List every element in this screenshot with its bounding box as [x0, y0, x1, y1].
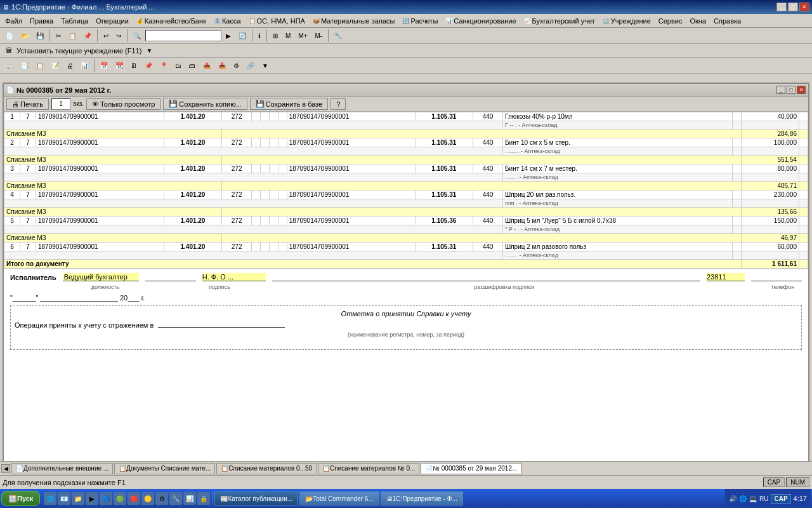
- menu-windows[interactable]: Окна: [686, 16, 710, 26]
- sep3: [127, 29, 128, 42]
- menu-help[interactable]: Справка: [710, 16, 745, 26]
- ql-7[interactable]: 📊: [183, 492, 196, 505]
- menu-edit[interactable]: Правка: [26, 16, 57, 26]
- go-btn[interactable]: ▶: [223, 30, 234, 41]
- search-input[interactable]: [145, 30, 221, 41]
- ql-media[interactable]: ▶: [86, 492, 98, 505]
- copy-btn[interactable]: 📋: [65, 30, 79, 41]
- paste-btn[interactable]: 📌: [81, 30, 95, 41]
- close-button[interactable]: ✕: [799, 3, 809, 11]
- copies-input[interactable]: [51, 98, 70, 110]
- tb3-11[interactable]: 📍: [157, 60, 171, 71]
- tb3-16[interactable]: ⚙: [230, 60, 242, 71]
- calc-M-btn[interactable]: M: [282, 30, 294, 41]
- settings-btn[interactable]: 🔧: [331, 30, 345, 41]
- task-1c[interactable]: 🖥1С:Предприятие - Ф...: [381, 491, 463, 505]
- total-row: Итого по документу 1 611,61: [4, 260, 808, 269]
- status-indicators: CAP NUM: [763, 478, 809, 487]
- menu-sanction[interactable]: 📊Санкционирование: [442, 16, 520, 26]
- menu-kassa[interactable]: 🏦Касса: [210, 16, 245, 26]
- save-base-button[interactable]: 💾Сохранить в базе: [250, 98, 329, 110]
- tb3-8[interactable]: 📆: [112, 60, 126, 71]
- task-commander[interactable]: 📂Total Commander 6...: [299, 491, 379, 505]
- ql-3[interactable]: 🔴: [128, 492, 140, 505]
- ql-1[interactable]: 🔵: [100, 492, 112, 505]
- redo-btn[interactable]: ↪: [113, 30, 124, 41]
- doc-maximize[interactable]: □: [787, 86, 796, 94]
- cap-indicator: CAP: [763, 478, 785, 487]
- table-row-sub: ....... . - Аптека-склад: [4, 147, 808, 156]
- ql-8[interactable]: 🔒: [197, 492, 210, 505]
- ql-2[interactable]: 🟢: [114, 492, 126, 505]
- tab-5[interactable]: 📄 № 0000385 от 29 мая 2012...: [421, 463, 521, 474]
- tab-1[interactable]: 📄 Дополнительные внешние ...: [11, 463, 113, 474]
- ql-6[interactable]: 🔧: [169, 492, 182, 505]
- menu-table[interactable]: Таблица: [57, 16, 92, 26]
- tab-4[interactable]: 📋 Списание материалов № 0...: [318, 463, 419, 474]
- tb3-6[interactable]: 📊: [77, 60, 91, 71]
- open-btn[interactable]: 📂: [18, 30, 32, 41]
- find-btn[interactable]: 🔍: [130, 30, 144, 41]
- tb3-13[interactable]: 🗃: [186, 60, 199, 71]
- undo-btn[interactable]: ↩: [100, 30, 112, 41]
- menu-institution[interactable]: 🏢Учреждение: [599, 16, 655, 26]
- menu-mz[interactable]: 📦Материальные запасы: [309, 16, 399, 26]
- tb3-4[interactable]: 📝: [48, 60, 62, 71]
- help-button[interactable]: ?: [331, 98, 346, 110]
- dropdown-btn[interactable]: ▼: [143, 45, 155, 56]
- tb3-14[interactable]: 📤: [200, 60, 214, 71]
- refresh-btn[interactable]: 🔄: [235, 30, 249, 41]
- menu-service[interactable]: Сервис: [655, 16, 686, 26]
- tab-3[interactable]: 📋 Списание материалов 0...50: [216, 463, 317, 474]
- maximize-button[interactable]: □: [788, 3, 798, 11]
- print-button[interactable]: 🖨Печать: [6, 98, 49, 110]
- menu-os[interactable]: 📋ОС, НМА, НПА: [245, 16, 309, 26]
- info-btn[interactable]: ℹ: [255, 30, 264, 41]
- num-indicator: NUM: [786, 478, 809, 487]
- tb3-1[interactable]: 📰: [3, 60, 16, 71]
- menu-file[interactable]: Файл: [1, 16, 26, 26]
- ql-4[interactable]: 🟡: [141, 492, 154, 505]
- institution-label[interactable]: Установить текущее учреждение (F11): [16, 47, 141, 55]
- ql-ie[interactable]: 🌐: [44, 492, 56, 505]
- doc-minimize[interactable]: _: [776, 86, 785, 94]
- cut-btn[interactable]: ✂: [53, 30, 64, 41]
- ql-5[interactable]: ⚙: [155, 492, 168, 505]
- new-btn[interactable]: 📄: [3, 30, 16, 41]
- tb3-12[interactable]: 🗂: [172, 60, 185, 71]
- menu-calc[interactable]: 🔢Расчеты: [398, 16, 442, 26]
- table-scroll-area[interactable]: 1 7 18709014709900001 1.401.20 272 18709…: [4, 112, 808, 465]
- sep2: [97, 29, 98, 42]
- task-catalog[interactable]: 📰Каталог публикации...: [214, 491, 298, 505]
- calc-Mminus-btn[interactable]: M-: [312, 30, 326, 41]
- tb3-3[interactable]: 📋: [33, 60, 47, 71]
- tab-2[interactable]: 📋 Документы Списание мате...: [114, 463, 215, 474]
- minimize-button[interactable]: _: [776, 3, 787, 11]
- save-copy-button[interactable]: 💾Сохранить копию...: [163, 98, 247, 110]
- tb3-2[interactable]: 📑: [18, 60, 32, 71]
- save-btn[interactable]: 💾: [33, 30, 47, 41]
- tb3-15[interactable]: 📥: [215, 60, 229, 71]
- menu-treasury[interactable]: 💰Казначейство/Банк: [133, 16, 210, 26]
- tb3-17[interactable]: 🔗: [244, 60, 258, 71]
- menu-accounting[interactable]: 📈Бухгалтерский учет: [520, 16, 599, 26]
- tab-scroll-left[interactable]: ◀: [1, 464, 10, 473]
- toolbar-1: 📄 📂 💾 ✂ 📋 📌 ↩ ↪ 🔍 ▶ 🔄 ℹ ⊞ M M+ M- 🔧: [0, 28, 812, 44]
- tb3-7[interactable]: 📅: [97, 60, 111, 71]
- tb3-18[interactable]: ▼: [259, 60, 272, 71]
- table-btn[interactable]: ⊞: [270, 30, 281, 41]
- tb3-5[interactable]: 🖨: [63, 60, 76, 71]
- menu-operations[interactable]: Операции: [92, 16, 132, 26]
- institution-icon[interactable]: 🏛: [3, 45, 15, 56]
- tb3-9[interactable]: 🗓: [128, 60, 140, 71]
- calc-Mplus-btn[interactable]: M+: [295, 30, 310, 41]
- signature-area: Исполнитель Ведущий бухгалтер Н. Ф. О ..…: [4, 269, 808, 356]
- position-sub: должность: [67, 284, 143, 290]
- stamp-area: Отметка о принятии Справки к учету Опера…: [10, 305, 802, 350]
- readonly-button[interactable]: 👁Только просмотр: [86, 98, 160, 110]
- ql-explorer[interactable]: 📁: [72, 492, 84, 505]
- ql-mail[interactable]: 📧: [58, 492, 70, 505]
- start-button[interactable]: 🪟Пуск: [1, 491, 40, 506]
- doc-close[interactable]: ✕: [797, 86, 806, 94]
- tb3-10[interactable]: 📌: [141, 60, 155, 71]
